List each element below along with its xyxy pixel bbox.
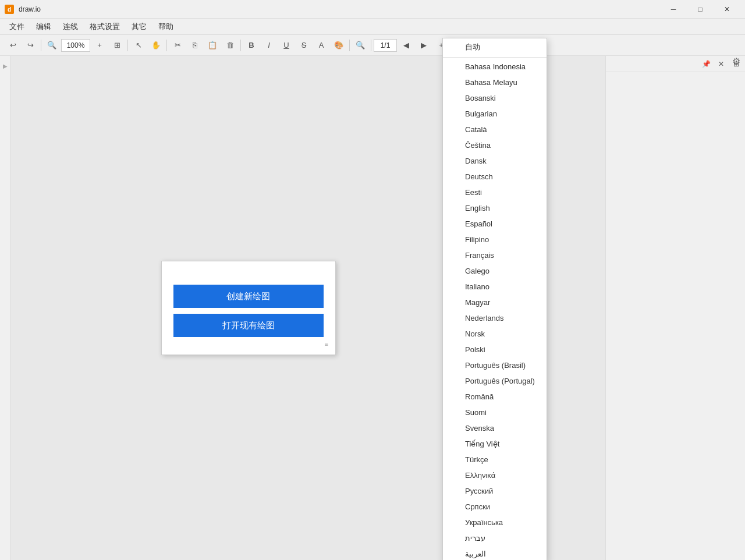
lang-label: עברית — [465, 534, 485, 543]
lang-label: Tiếng Việt — [465, 440, 499, 448]
toolbar-copy[interactable]: ⎘ — [187, 37, 203, 54]
panel-pin-btn[interactable]: 📌 — [700, 58, 712, 70]
lang-item-Català[interactable]: Català — [443, 122, 547, 137]
toolbar-sep-3 — [166, 40, 167, 51]
lang-label: Suomi — [465, 408, 487, 417]
lang-item-Galego[interactable]: Galego — [443, 263, 547, 279]
toolbar-page-input[interactable] — [374, 39, 397, 52]
panel-close-btn[interactable]: ✕ — [715, 58, 728, 70]
toolbar-hand[interactable]: ✋ — [148, 37, 164, 54]
app-icon: d — [5, 5, 14, 14]
toolbar-undo[interactable]: ↩ — [5, 37, 21, 54]
toolbar-fill[interactable]: 🎨 — [331, 37, 347, 54]
lang-item-Deutsch[interactable]: Deutsch — [443, 169, 547, 185]
toolbar-bold[interactable]: B — [243, 37, 260, 54]
toolbar-strikethrough[interactable]: S — [296, 37, 312, 54]
lang-label: Català — [465, 125, 487, 134]
lang-label: Bosanski — [465, 94, 496, 102]
lang-item-Tiếng-Việt[interactable]: Tiếng Việt — [443, 436, 547, 452]
lang-item-Türkçe[interactable]: Türkçe — [443, 452, 547, 467]
toolbar-zoom-in[interactable]: + — [91, 37, 108, 54]
dropdown-divider — [443, 57, 547, 58]
lang-item-Српски[interactable]: Српски — [443, 499, 547, 515]
lang-item-English[interactable]: English — [443, 200, 547, 216]
toolbar-sep-2 — [127, 40, 128, 51]
toolbar-sep-5 — [349, 40, 350, 51]
lang-label: Polski — [465, 345, 485, 354]
toolbar-search[interactable]: 🔍 — [352, 37, 368, 54]
toolbar-zoom-out[interactable]: 🔍 — [44, 37, 60, 54]
lang-item-Bulgarian[interactable]: Bulgarian — [443, 106, 547, 122]
lang-label: Galego — [465, 267, 489, 275]
toolbar-sep-6 — [371, 40, 371, 51]
toolbar-zoom-input[interactable] — [61, 39, 90, 52]
lang-label: Magyar — [465, 298, 490, 307]
lang-item-Bahasa-Melayu[interactable]: Bahasa Melayu — [443, 75, 547, 90]
lang-item-Русский[interactable]: Русский — [443, 483, 547, 499]
lang-item-Magyar[interactable]: Magyar — [443, 295, 547, 310]
menu-file[interactable]: 文件 — [5, 20, 29, 33]
lang-label: Ελληνικά — [465, 471, 495, 480]
menu-connect[interactable]: 连线 — [58, 20, 83, 33]
lang-item-العربية[interactable]: العربية — [443, 546, 547, 560]
right-panel: 📌 ✕ ⊞ — [605, 56, 745, 560]
lang-label: Português (Brasil) — [465, 361, 526, 370]
toolbar-prev-page[interactable]: ◀ — [398, 37, 414, 54]
lang-item-Dansk[interactable]: Dansk — [443, 153, 547, 169]
create-new-btn[interactable]: 创建新绘图 — [173, 285, 324, 308]
toolbar-fit[interactable]: ⊞ — [109, 37, 125, 54]
toolbar-redo[interactable]: ↪ — [22, 37, 38, 54]
lang-item-Suomi[interactable]: Suomi — [443, 405, 547, 420]
lang-item-Português-(Portugal)[interactable]: Português (Portugal) — [443, 373, 547, 389]
maximize-button[interactable]: □ — [687, 0, 714, 19]
lang-item-Eesti[interactable]: Eesti — [443, 185, 547, 200]
title-bar-left: d draw.io — [5, 5, 41, 14]
menu-format[interactable]: 格式设置 — [85, 20, 125, 33]
toolbar: ↩ ↪ 🔍 + ⊞ ↖ ✋ ✂ ⎘ 📋 🗑 B I U S A 🎨 🔍 ◀ ▶ … — [0, 35, 745, 56]
lang-label: Српски — [465, 502, 490, 511]
lang-label: Bahasa Indonesia — [465, 62, 526, 71]
menu-other[interactable]: 其它 — [127, 20, 151, 33]
left-panel-label: ▶ — [2, 63, 8, 69]
open-existing-btn[interactable]: 打开现有绘图 — [173, 314, 324, 337]
settings-gear-btn[interactable]: ⚙ — [732, 56, 740, 67]
toolbar-cursor[interactable]: ↖ — [130, 37, 147, 54]
right-panel-header: 📌 ✕ ⊞ — [606, 56, 745, 72]
lang-label: Русский — [465, 487, 493, 495]
lang-item-Nederlands[interactable]: Nederlands — [443, 310, 547, 326]
lang-item-Čeština[interactable]: Čeština — [443, 137, 547, 153]
menu-help[interactable]: 帮助 — [154, 20, 178, 33]
lang-item-Svenska[interactable]: Svenska — [443, 420, 547, 436]
lang-item-Norsk[interactable]: Norsk — [443, 326, 547, 342]
lang-item-Română[interactable]: Română — [443, 389, 547, 405]
lang-item-Italiano[interactable]: Italiano — [443, 279, 547, 295]
lang-item-עברית[interactable]: עברית — [443, 530, 547, 546]
lang-item-Українська[interactable]: Українська — [443, 515, 547, 530]
lang-item-自动[interactable]: 自动 — [443, 38, 547, 56]
dialog-info-icon: ≡ — [324, 341, 328, 348]
lang-label: Türkçe — [465, 455, 488, 464]
lang-item-Français[interactable]: Français — [443, 247, 547, 263]
lang-item-Bahasa-Indonesia[interactable]: Bahasa Indonesia — [443, 59, 547, 75]
toolbar-font-color[interactable]: A — [313, 37, 329, 54]
lang-item-Ελληνικά[interactable]: Ελληνικά — [443, 467, 547, 483]
lang-item-Português-(Brasil)[interactable]: Português (Brasil) — [443, 357, 547, 373]
lang-item-Polski[interactable]: Polski — [443, 342, 547, 357]
lang-label: Português (Portugal) — [465, 377, 535, 385]
title-bar-controls: ─ □ ✕ — [660, 0, 740, 19]
toolbar-underline[interactable]: U — [278, 37, 295, 54]
toolbar-cut[interactable]: ✂ — [169, 37, 186, 54]
toolbar-next-page[interactable]: ▶ — [416, 37, 432, 54]
lang-label: Nederlands — [465, 314, 504, 322]
menu-edit[interactable]: 编辑 — [31, 20, 56, 33]
lang-label: Eesti — [465, 188, 482, 197]
toolbar-italic[interactable]: I — [261, 37, 277, 54]
close-button[interactable]: ✕ — [714, 0, 740, 19]
lang-item-Bosanski[interactable]: Bosanski — [443, 90, 547, 106]
toolbar-delete[interactable]: 🗑 — [222, 37, 238, 54]
lang-item-Filipino[interactable]: Filipino — [443, 232, 547, 247]
toolbar-paste[interactable]: 📋 — [204, 37, 221, 54]
minimize-button[interactable]: ─ — [660, 0, 687, 19]
lang-item-Español[interactable]: Español — [443, 216, 547, 232]
lang-label: Українська — [465, 518, 503, 527]
